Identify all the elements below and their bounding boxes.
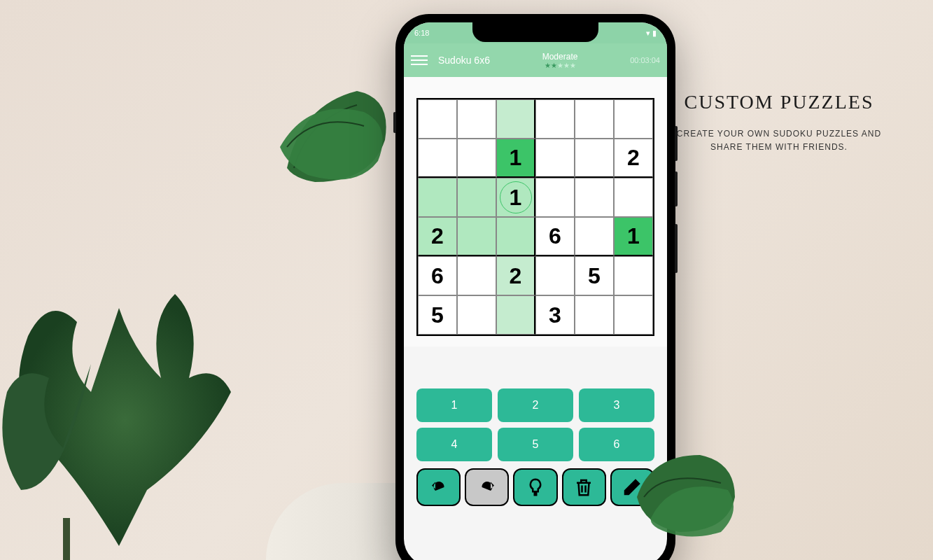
sudoku-cell[interactable]: 2 (418, 217, 457, 256)
numpad-5[interactable]: 5 (498, 428, 573, 461)
sudoku-cell[interactable] (575, 139, 614, 178)
sudoku-cell[interactable] (496, 295, 535, 335)
app-title: Sudoku 6x6 (438, 55, 490, 66)
sudoku-cell[interactable] (457, 99, 496, 139)
sudoku-cell[interactable] (496, 99, 535, 139)
sudoku-cell[interactable]: 1 (496, 178, 535, 217)
number-pad: 123456 (416, 388, 654, 461)
hint-button[interactable] (513, 468, 557, 506)
sudoku-cell[interactable] (535, 178, 575, 217)
sudoku-cell[interactable] (457, 217, 496, 256)
marketing-description: CREATE YOUR OWN SUDOKU PUZZLES AND SHARE… (674, 127, 884, 154)
sudoku-cell[interactable] (418, 139, 457, 178)
delete-button[interactable] (562, 468, 606, 506)
numpad-2[interactable]: 2 (498, 388, 573, 422)
numpad-1[interactable]: 1 (416, 388, 492, 422)
sudoku-cell[interactable]: 2 (614, 139, 653, 178)
sudoku-cell[interactable]: 6 (418, 256, 457, 295)
sudoku-cell[interactable] (614, 295, 653, 335)
sudoku-cell[interactable] (418, 178, 457, 217)
sudoku-cell[interactable] (535, 99, 575, 139)
phone-screen: 6:18 ▾ ▮ Sudoku 6x6 Moderate ★★★★★ 00:03… (404, 22, 667, 560)
action-bar (416, 468, 654, 506)
sudoku-cell[interactable]: 5 (418, 295, 457, 335)
sudoku-cell[interactable] (614, 99, 653, 139)
plant-monstera (0, 196, 245, 560)
difficulty-label: Moderate (490, 52, 630, 62)
marketing-title: CUSTOM PUZZLES (674, 91, 884, 113)
svg-rect-0 (63, 518, 70, 560)
sudoku-cell[interactable]: 1 (614, 217, 653, 256)
undo-button[interactable] (416, 468, 461, 506)
sudoku-cell[interactable] (575, 217, 614, 256)
sudoku-cell[interactable] (614, 256, 653, 295)
redo-button[interactable] (465, 468, 509, 506)
leaf-decoration-top (273, 77, 399, 189)
sudoku-cell[interactable]: 1 (496, 139, 535, 178)
sudoku-grid: 12126162553 (416, 98, 654, 336)
sudoku-cell[interactable] (496, 217, 535, 256)
leaf-decoration-bottom (630, 448, 742, 539)
numpad-3[interactable]: 3 (579, 388, 654, 422)
sudoku-cell[interactable] (614, 178, 653, 217)
sudoku-cell[interactable] (575, 295, 614, 335)
sudoku-cell[interactable] (457, 139, 496, 178)
sudoku-cell[interactable] (457, 256, 496, 295)
sudoku-cell[interactable]: 6 (535, 217, 575, 256)
app-header: Sudoku 6x6 Moderate ★★★★★ 00:03:04 (404, 43, 667, 77)
status-time: 6:18 (414, 29, 429, 37)
sudoku-cell[interactable] (457, 295, 496, 335)
sudoku-cell[interactable] (418, 99, 457, 139)
sudoku-cell[interactable]: 5 (575, 256, 614, 295)
sudoku-cell[interactable] (457, 178, 496, 217)
sudoku-cell[interactable]: 3 (535, 295, 575, 335)
marketing-block: CUSTOM PUZZLES CREATE YOUR OWN SUDOKU PU… (674, 91, 884, 154)
status-icons: ▾ ▮ (646, 29, 657, 38)
game-timer: 00:03:04 (630, 56, 660, 64)
numpad-4[interactable]: 4 (416, 428, 492, 461)
sudoku-cell[interactable] (575, 99, 614, 139)
sudoku-cell[interactable] (575, 178, 614, 217)
sudoku-cell[interactable] (535, 256, 575, 295)
difficulty-stars: ★★★★★ (490, 62, 630, 69)
sudoku-cell[interactable]: 2 (496, 256, 535, 295)
menu-icon[interactable] (411, 55, 428, 65)
sudoku-cell[interactable] (535, 139, 575, 178)
